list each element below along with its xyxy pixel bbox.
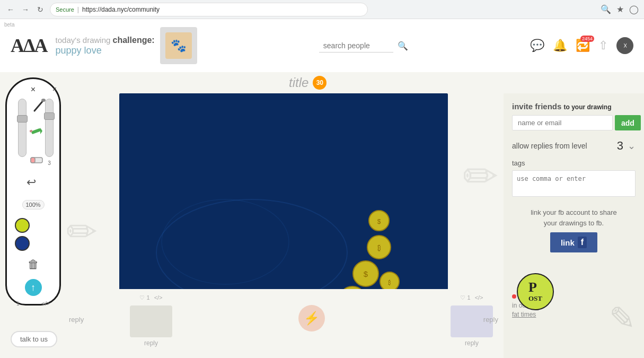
back-button[interactable]: ← bbox=[5, 4, 16, 15]
color-swatches bbox=[15, 218, 30, 251]
reply-label-side-left: reply bbox=[69, 316, 84, 324]
tags-input[interactable] bbox=[512, 170, 636, 197]
header: beta AΔA today's drawing challenge: pupp… bbox=[0, 19, 644, 72]
site-logo[interactable]: AΔA bbox=[11, 34, 47, 57]
invite-section: invite friends to your drawing add bbox=[512, 102, 636, 130]
reply-label-left[interactable]: reply bbox=[144, 339, 158, 347]
challenge-thumbnail: 🐾 bbox=[160, 27, 197, 64]
tool-body: × bbox=[5, 77, 61, 300]
size-slider-thumb[interactable] bbox=[44, 112, 55, 120]
reply-icons-right: ♡ 1 </> bbox=[460, 294, 483, 301]
svg-rect-2 bbox=[31, 128, 41, 134]
layer-row: 1 </> bbox=[5, 300, 61, 307]
zoom-label: 100% bbox=[22, 200, 44, 209]
reply-card-left: ♡ 1 </> reply bbox=[130, 294, 172, 347]
forward-button[interactable]: → bbox=[20, 4, 31, 15]
add-button[interactable]: add bbox=[615, 115, 641, 130]
reload-button[interactable]: ↻ bbox=[35, 4, 46, 15]
fb-section: link your fb account to share your drawi… bbox=[512, 207, 636, 252]
svg-text:$: $ bbox=[377, 218, 381, 225]
replies-value: 3 bbox=[617, 139, 623, 153]
search-icon[interactable]: 🔍 bbox=[601, 4, 611, 14]
opacity-slider-thumb[interactable] bbox=[17, 115, 28, 123]
bookmark-icon[interactable]: ★ bbox=[616, 4, 624, 14]
svg-text:₿: ₿ bbox=[377, 243, 381, 252]
browser-icons: 🔍 ★ ◯ bbox=[601, 4, 639, 14]
bell-icon[interactable]: 🔔 bbox=[553, 39, 567, 53]
search-icon[interactable]: 🔍 bbox=[398, 41, 408, 51]
challenge-label: today's drawing challenge: bbox=[56, 36, 155, 45]
eraser-tool[interactable] bbox=[29, 154, 46, 168]
notifications-area: 🔁 2454 bbox=[576, 39, 590, 53]
page: beta AΔA today's drawing challenge: pupp… bbox=[0, 19, 644, 358]
deco-sketch-bottom: ✎ bbox=[609, 300, 636, 337]
svg-marker-3 bbox=[40, 128, 42, 134]
reply-thumb-left bbox=[130, 305, 172, 337]
address-bar[interactable]: Secure | https://dada.nyc/community bbox=[50, 3, 368, 16]
fb-link-button[interactable]: link f bbox=[550, 232, 597, 252]
undo-tool[interactable]: ↩ bbox=[27, 176, 36, 189]
search-input[interactable] bbox=[319, 39, 393, 53]
reply-counter-right: ♡ 1 bbox=[460, 294, 470, 301]
challenge-info: today's drawing challenge: puppy love bbox=[56, 36, 155, 56]
bottom-strip: ♡ 1 </> reply ⚡ ♡ 1 </> reply bbox=[119, 289, 504, 358]
upload-icon[interactable]: ⇧ bbox=[598, 39, 608, 53]
pencil-tool[interactable] bbox=[29, 125, 45, 139]
deco-sketch-left: ✏ bbox=[66, 210, 98, 254]
replies-label: allow replies from level bbox=[512, 142, 613, 150]
talk-to-us-button[interactable]: talk to us bbox=[11, 331, 57, 347]
secure-label: Secure bbox=[56, 6, 74, 13]
svg-text:₿: ₿ bbox=[388, 280, 391, 286]
chat-icon[interactable]: 💬 bbox=[530, 39, 544, 53]
size-value: 3 bbox=[48, 160, 51, 166]
layer-number: 1 bbox=[16, 301, 20, 307]
deco-sketch-right: ✏ bbox=[463, 152, 498, 201]
blog-link[interactable]: fat times bbox=[512, 311, 536, 318]
invite-row: add bbox=[512, 115, 636, 130]
user-avatar[interactable]: ☓ bbox=[616, 37, 633, 54]
center-deco: ⚡ bbox=[298, 294, 325, 331]
opacity-slider-track bbox=[18, 99, 27, 157]
dot-red bbox=[512, 294, 516, 299]
replies-row: allow replies from level 3 ⌄ bbox=[512, 139, 636, 153]
header-icons: 💬 🔔 🔁 2454 ⇧ ☓ bbox=[530, 37, 633, 54]
invite-title: invite friends to your drawing bbox=[512, 102, 636, 111]
invite-input[interactable] bbox=[512, 115, 613, 130]
reply-label-side-right: reply bbox=[483, 316, 498, 324]
size-slider-close[interactable]: × bbox=[52, 85, 57, 93]
code-icon[interactable]: </> bbox=[41, 300, 50, 307]
title-row: title 30 bbox=[119, 72, 504, 93]
extension-icon[interactable]: ◯ bbox=[629, 4, 639, 14]
size-slider-track: 3 bbox=[45, 99, 54, 157]
post-p: P bbox=[528, 281, 542, 294]
beta-tag: beta bbox=[4, 22, 14, 28]
facebook-icon: f bbox=[578, 237, 587, 248]
search-box: 🔍 bbox=[319, 39, 408, 53]
reply-code-right: </> bbox=[475, 294, 483, 301]
upload-button[interactable]: ↑ bbox=[25, 279, 42, 296]
fb-text: link your fb account to share your drawi… bbox=[512, 207, 636, 228]
tags-section: tags bbox=[512, 159, 636, 199]
color-swatch-yellow[interactable] bbox=[15, 218, 30, 233]
post-label: POST bbox=[528, 281, 542, 303]
challenge-word: challenge: bbox=[113, 36, 155, 45]
tags-label: tags bbox=[512, 159, 636, 167]
color-swatch-blue[interactable] bbox=[15, 236, 30, 251]
url-divider: | bbox=[77, 6, 79, 13]
trash-tool[interactable]: 🗑 bbox=[28, 258, 39, 272]
drawing-title: title bbox=[289, 75, 308, 90]
replies-chevron-icon[interactable]: ⌄ bbox=[628, 140, 636, 152]
title-count: 30 bbox=[313, 76, 327, 90]
reply-counter-left: ♡ 1 bbox=[139, 294, 149, 301]
tool-panel: × bbox=[5, 77, 117, 300]
tool-close-button[interactable]: × bbox=[31, 85, 36, 94]
reply-icons-left: ♡ 1 </> bbox=[139, 294, 162, 301]
center-icon: ⚡ bbox=[298, 305, 325, 331]
reply-code-left: </> bbox=[154, 294, 163, 301]
reply-label-right[interactable]: reply bbox=[465, 339, 479, 347]
post-button[interactable]: POST bbox=[517, 273, 554, 310]
browser-chrome: ← → ↻ Secure | https://dada.nyc/communit… bbox=[0, 0, 644, 19]
svg-line-0 bbox=[34, 100, 43, 111]
svg-text:$: $ bbox=[364, 269, 368, 278]
notification-badge: 2454 bbox=[580, 36, 594, 42]
